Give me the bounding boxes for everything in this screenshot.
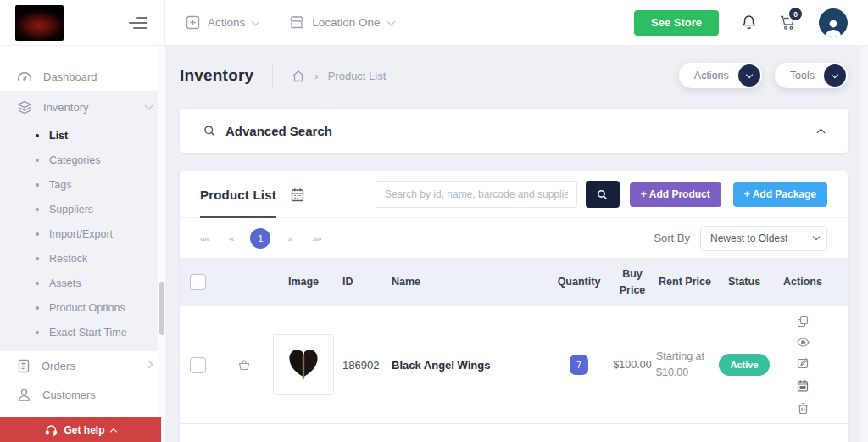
col-header-rent-price: Rent Price xyxy=(659,274,711,289)
pagination-first[interactable]: «« xyxy=(200,233,209,243)
add-package-button[interactable]: + Add Package xyxy=(733,182,827,207)
chevron-down-icon xyxy=(387,17,395,25)
sidebar-item-dashboard[interactable]: Dashboard xyxy=(0,62,165,91)
bullet-icon xyxy=(36,306,39,310)
sidebar-subitem-suppliers[interactable]: Suppliers xyxy=(0,197,165,221)
sidebar-subitem-list[interactable]: List xyxy=(0,123,165,148)
sidebar-inventory-group: Inventory List Categories Tags Suppliers… xyxy=(0,91,165,351)
bullet-icon xyxy=(36,232,39,236)
product-thumbnail[interactable] xyxy=(273,334,334,395)
row-checkbox[interactable] xyxy=(190,357,206,373)
page-scrollbar[interactable] xyxy=(860,45,868,442)
see-store-button[interactable]: See Store xyxy=(634,10,719,36)
chevron-up-icon xyxy=(109,428,116,434)
basket-icon[interactable] xyxy=(237,359,251,372)
product-search-input[interactable] xyxy=(376,181,577,208)
product-list-title: Product List xyxy=(200,187,276,202)
sidebar-toggle-icon[interactable] xyxy=(129,17,147,29)
table-header-row: Image ID Name Quantity Buy Price Rent Pr… xyxy=(180,258,848,306)
duplicate-icon[interactable] xyxy=(797,316,809,327)
sidebar-subitem-label: Tags xyxy=(49,179,71,191)
quantity-badge[interactable]: 7 xyxy=(570,355,588,375)
bullet-icon xyxy=(36,208,39,211)
chevron-circle xyxy=(824,64,846,87)
edit-icon[interactable] xyxy=(797,357,809,369)
person-icon xyxy=(17,388,31,402)
sidebar-scrollbar-thumb[interactable] xyxy=(159,282,164,335)
pagination-last[interactable]: »» xyxy=(313,233,321,243)
divider xyxy=(272,63,273,88)
col-header-buy-price: Buy Price xyxy=(609,266,656,297)
home-icon[interactable] xyxy=(292,70,305,82)
bullet-icon xyxy=(36,257,39,260)
schedule-icon[interactable] xyxy=(797,379,809,392)
document-icon xyxy=(17,359,31,373)
app-logo[interactable] xyxy=(15,5,64,41)
pagination-current-page[interactable]: 1 xyxy=(250,228,270,249)
collapse-chevron-icon[interactable] xyxy=(817,128,826,137)
top-bar: Actions Location One See Store xyxy=(0,0,868,46)
sidebar-subitem-tags[interactable]: Tags xyxy=(0,172,165,197)
actions-dropdown[interactable]: Actions xyxy=(186,15,259,30)
chevron-right-icon xyxy=(145,361,153,369)
sidebar-subitem-restock[interactable]: Restock xyxy=(0,246,165,271)
store-icon xyxy=(289,15,304,30)
sidebar-item-inventory[interactable]: Inventory xyxy=(0,91,165,123)
actions-dropdown-label: Actions xyxy=(208,16,245,29)
get-help-label: Get help xyxy=(64,424,104,436)
col-header-id: ID xyxy=(342,274,392,289)
sidebar-subitem-label: Product Options xyxy=(49,302,125,314)
page-actions-button[interactable]: Actions xyxy=(679,63,762,88)
status-cell: Active xyxy=(719,354,769,376)
sort-select[interactable]: Newest to Oldest xyxy=(700,226,827,251)
sidebar-subitem-assets[interactable]: Assets xyxy=(0,271,165,295)
table-row: 186902 Black Angel Wings 7 $100.00 Start… xyxy=(180,306,848,424)
breadcrumb: › Product List xyxy=(292,70,386,82)
cart-count-badge: 0 xyxy=(787,6,804,22)
dashboard-gauge-icon xyxy=(17,70,32,83)
sidebar-subitem-import-export[interactable]: Import/Export xyxy=(0,221,165,246)
sidebar-subitem-label: Assets xyxy=(49,277,81,289)
product-list-header: Product List + Add Product + Add Package xyxy=(180,171,848,218)
plus-square-icon xyxy=(186,15,200,30)
topbar-main: Actions Location One See Store xyxy=(165,0,868,45)
location-dropdown[interactable]: Location One xyxy=(289,15,393,30)
sidebar-scrollbar[interactable] xyxy=(158,45,165,442)
layers-icon xyxy=(17,100,32,115)
chevron-down-icon xyxy=(252,17,260,25)
page-actions-label: Actions xyxy=(694,70,729,81)
bell-icon xyxy=(741,14,757,31)
sidebar-subitem-product-options[interactable]: Product Options xyxy=(0,295,165,320)
select-all-checkbox[interactable] xyxy=(190,274,206,290)
product-name: Black Angel Wings xyxy=(392,359,549,372)
rent-price: Starting at $10.00 xyxy=(656,349,714,381)
cart-button[interactable]: 0 xyxy=(779,14,797,31)
sidebar-item-customers[interactable]: Customers xyxy=(0,380,165,409)
page-tools-button[interactable]: Tools xyxy=(775,63,848,88)
user-avatar[interactable] xyxy=(819,8,848,37)
sidebar-item-orders[interactable]: Orders xyxy=(0,351,165,380)
advanced-search-panel[interactable]: Advanced Search xyxy=(180,109,848,153)
search-submit-button[interactable] xyxy=(586,181,620,208)
sidebar-subitem-label: Restock xyxy=(49,253,87,265)
add-product-button[interactable]: + Add Product xyxy=(630,182,721,207)
main-content: Inventory › Product List Actions Tools xyxy=(165,45,868,442)
view-icon[interactable] xyxy=(797,338,810,347)
sidebar-subitem-label: Import/Export xyxy=(49,228,113,240)
get-help-button[interactable]: Get help xyxy=(0,417,161,442)
search-icon xyxy=(203,125,216,137)
sidebar-subitem-label: Categories xyxy=(49,154,100,166)
calendar-icon[interactable] xyxy=(291,187,304,202)
sidebar-subitem-categories[interactable]: Categories xyxy=(0,148,165,172)
pagination-prev[interactable]: « xyxy=(229,233,233,243)
notifications-button[interactable] xyxy=(741,14,757,31)
advanced-search-label: Advanced Search xyxy=(225,124,332,138)
pagination-next[interactable]: » xyxy=(287,233,292,243)
sidebar-subitem-exact-start-time[interactable]: Exact Start Time xyxy=(0,320,165,344)
product-list-panel: Product List + Add Product + Add Package… xyxy=(180,171,848,442)
col-header-image: Image xyxy=(288,274,319,289)
headset-icon xyxy=(45,424,58,436)
sidebar-item-label: Customers xyxy=(42,389,152,401)
topbar-right: See Store 0 xyxy=(634,8,848,37)
delete-icon[interactable] xyxy=(798,402,809,414)
